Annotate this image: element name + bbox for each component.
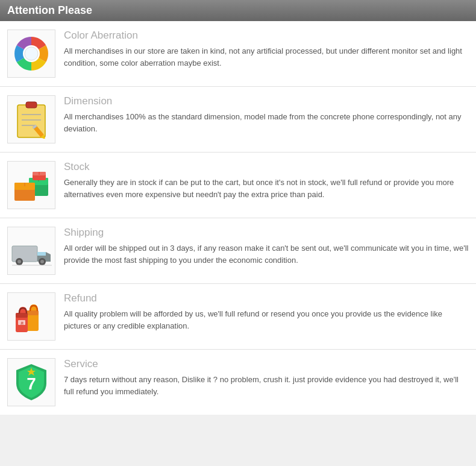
service-title: Service [64, 358, 469, 370]
dimension-desc: All merchandises 100% as the standard di… [64, 111, 469, 134]
list-item: Dimension All merchandises 100% as the s… [0, 87, 476, 153]
svg-text:店: 店 [20, 321, 23, 325]
stock-desc: Generally they are in stock if can be pu… [64, 177, 469, 200]
refund-title: Refund [64, 292, 469, 304]
svg-rect-31 [27, 310, 39, 315]
color-aberration-title: Color Aberration [64, 30, 469, 42]
color-aberration-icon [7, 30, 55, 78]
refund-icon: 店 [7, 292, 55, 341]
shipping-icon [7, 227, 55, 275]
service-desc: 7 days return without any reason, Dislik… [64, 374, 469, 397]
refund-content: Refund All quality problem will be affor… [64, 292, 469, 332]
shipping-title: Shipping [64, 227, 469, 239]
dimension-icon [7, 95, 55, 143]
dimension-title: Dimension [64, 95, 469, 107]
list-item: Shipping All order will be shipped out i… [0, 218, 476, 284]
page-title: Attention Please [7, 4, 92, 16]
svg-point-26 [17, 260, 21, 263]
shipping-desc: All order will be shipped out in 3 days,… [64, 242, 469, 266]
stock-content: Stock Generally they are in stock if can… [64, 161, 469, 200]
color-aberration-desc: All merchandises in our store are taken … [64, 45, 469, 69]
page-header: Attention Please [0, 0, 476, 21]
service-icon: 7 [7, 358, 55, 406]
stock-icon [7, 161, 55, 209]
color-aberration-content: Color Aberration All merchandises in our… [64, 30, 469, 69]
list-item: 7 Service 7 days return without any reas… [0, 350, 476, 415]
svg-text:7: 7 [27, 374, 36, 393]
svg-rect-23 [12, 246, 37, 262]
refund-desc: All quality problem will be afforded by … [64, 308, 469, 332]
list-item: Stock Generally they are in stock if can… [0, 153, 476, 218]
list-item: 店 Refund All quality problem will be aff… [0, 284, 476, 350]
svg-rect-5 [26, 102, 37, 108]
items-container: Color Aberration All merchandises in our… [0, 21, 476, 415]
service-content: Service 7 days return without any reason… [64, 358, 469, 397]
list-item: Color Aberration All merchandises in our… [0, 21, 476, 87]
shipping-content: Shipping All order will be shipped out i… [64, 227, 469, 266]
svg-point-28 [40, 260, 44, 263]
dimension-content: Dimension All merchandises 100% as the s… [64, 95, 469, 134]
svg-rect-33 [16, 313, 28, 318]
stock-title: Stock [64, 161, 469, 173]
svg-point-2 [25, 47, 38, 60]
